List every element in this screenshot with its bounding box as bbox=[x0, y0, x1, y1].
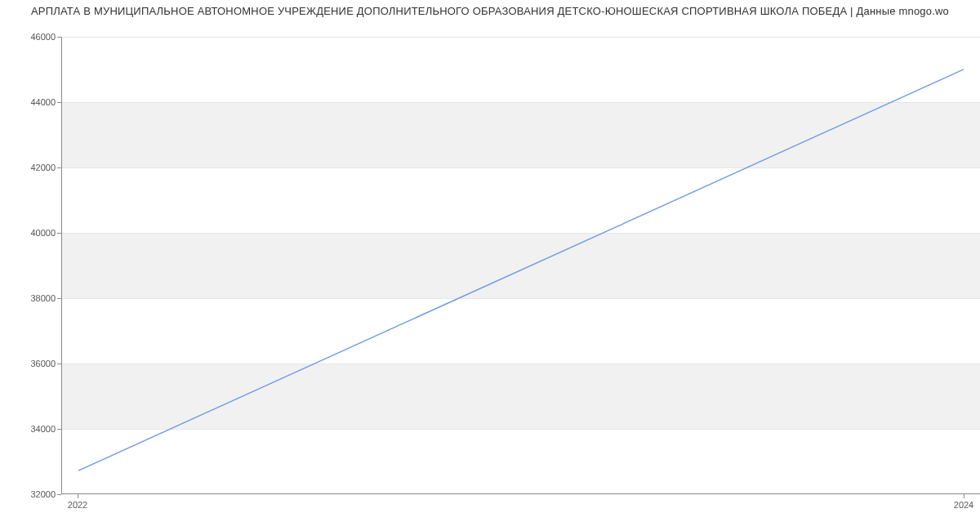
y-tick-mark bbox=[57, 494, 61, 495]
x-tick-mark bbox=[78, 494, 78, 498]
y-tick-label: 38000 bbox=[7, 293, 56, 303]
x-tick-mark bbox=[964, 494, 964, 498]
y-tick-label: 32000 bbox=[7, 489, 56, 499]
line-series bbox=[62, 37, 980, 493]
y-tick-label: 36000 bbox=[7, 359, 56, 368]
chart-title: АРПЛАТА В МУНИЦИПАЛЬНОЕ АВТОНОМНОЕ УЧРЕЖ… bbox=[0, 5, 980, 17]
plot-area bbox=[61, 37, 980, 494]
y-tick-label: 42000 bbox=[7, 163, 56, 172]
y-tick-label: 44000 bbox=[7, 97, 56, 107]
y-tick-label: 40000 bbox=[7, 228, 56, 238]
chart-container: АРПЛАТА В МУНИЦИПАЛЬНОЕ АВТОНОМНОЕ УЧРЕЖ… bbox=[0, 0, 980, 531]
x-tick-label: 2022 bbox=[68, 500, 87, 510]
y-tick-label: 46000 bbox=[7, 32, 56, 42]
x-tick-label: 2024 bbox=[954, 500, 973, 510]
y-tick-label: 34000 bbox=[7, 424, 56, 434]
